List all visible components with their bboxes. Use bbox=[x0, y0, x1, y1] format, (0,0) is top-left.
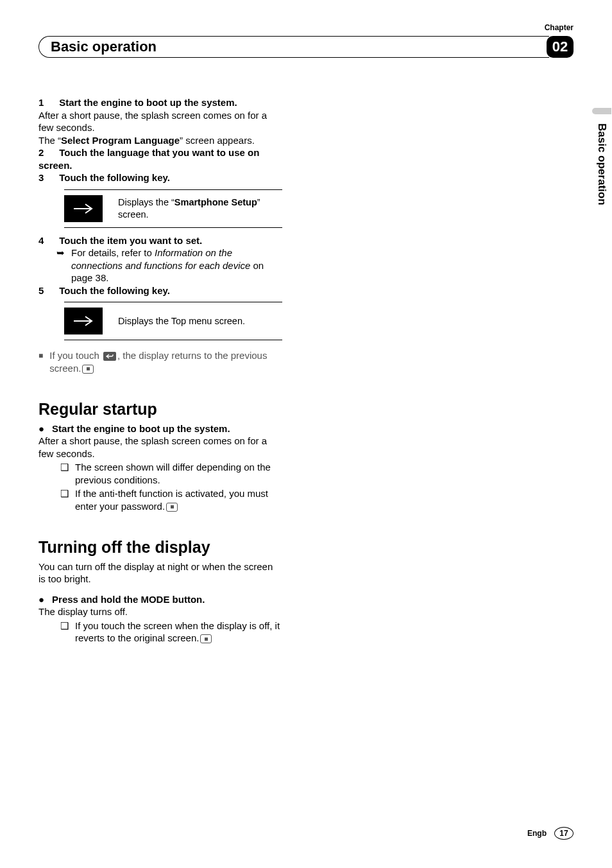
step-title: Touch the language that you want to use … bbox=[38, 147, 259, 171]
key-row-1: Displays the “Smartphone Setup” screen. bbox=[64, 189, 282, 228]
step-1-body-b: The “Select Program Language” screen app… bbox=[38, 134, 282, 147]
step-1-body-a: After a short pause, the splash screen c… bbox=[38, 109, 282, 134]
text: For details, refer to bbox=[71, 247, 155, 258]
bullet-heading: ● Start the engine to boot up the system… bbox=[38, 422, 282, 435]
step-5-heading: 5 Touch the following key. bbox=[38, 284, 282, 297]
step-number: 2 bbox=[38, 146, 56, 159]
title-bar: Basic operation 02 bbox=[38, 36, 574, 58]
arrow-right-icon bbox=[72, 202, 94, 215]
step-number: 1 bbox=[38, 96, 56, 109]
bullet-icon: ● bbox=[38, 593, 44, 606]
turnoff-intro: You can turn off the display at night or… bbox=[38, 560, 282, 586]
arrow-right-key-icon bbox=[64, 195, 103, 222]
screen-name: Smartphone Setup bbox=[174, 197, 257, 207]
bullet-title: Start the engine to boot up the system. bbox=[52, 422, 230, 435]
step-number: 5 bbox=[38, 284, 56, 297]
section-heading-regular-startup: Regular startup bbox=[38, 399, 282, 420]
key-row-2: Displays the Top menu screen. bbox=[64, 302, 282, 340]
side-tab: Basic operation bbox=[591, 108, 612, 205]
back-note: ■ If you touch , the display returns to … bbox=[38, 349, 282, 374]
title-pill: Basic operation bbox=[38, 36, 549, 58]
regular-body: After a short pause, the splash screen c… bbox=[38, 435, 282, 460]
step-title: Touch the following key. bbox=[59, 285, 170, 296]
step-1-heading: 1 Start the engine to boot up the system… bbox=[38, 96, 282, 109]
note-box-icon: ❑ bbox=[60, 487, 69, 512]
section-end-icon bbox=[166, 503, 178, 512]
text: Displays the “ bbox=[118, 197, 174, 207]
step-3-heading: 3 Touch the following key. bbox=[38, 171, 282, 184]
list-item: ❑ If you touch the screen when the displ… bbox=[60, 620, 282, 645]
main-content: 1 Start the engine to boot up the system… bbox=[38, 96, 282, 645]
note-box-icon: ❑ bbox=[60, 461, 69, 486]
key-description: Displays the “Smartphone Setup” screen. bbox=[118, 196, 282, 221]
screen-name: Select Program Language bbox=[61, 135, 180, 146]
back-key-icon bbox=[103, 352, 116, 361]
step-title: Start the engine to boot up the system. bbox=[59, 97, 237, 108]
step-title: Touch the item you want to set. bbox=[59, 235, 202, 246]
step-4-reference: ➥ For details, refer to Information on t… bbox=[56, 247, 282, 284]
step-4-heading: 4 Touch the item you want to set. bbox=[38, 234, 282, 247]
list-item: ❑ If the anti-theft function is activate… bbox=[60, 487, 282, 512]
language-code: Engb bbox=[527, 829, 547, 838]
turnoff-body: The display turns off. bbox=[38, 605, 282, 618]
bullet-title: Press and hold the MODE button. bbox=[52, 593, 205, 606]
section-heading-turning-off: Turning off the display bbox=[38, 537, 282, 558]
regular-notes: ❑ The screen shown will differ depending… bbox=[60, 461, 282, 512]
text: If you touch the screen when the display… bbox=[75, 620, 280, 644]
note-text: If you touch the screen when the display… bbox=[75, 620, 282, 645]
note-box-icon: ❑ bbox=[60, 620, 69, 645]
section-end-icon bbox=[200, 634, 212, 643]
side-tab-label: Basic operation bbox=[595, 123, 608, 205]
text: If you touch bbox=[49, 350, 102, 361]
chapter-label: Chapter bbox=[545, 23, 574, 32]
text: The “ bbox=[38, 135, 61, 146]
key-description: Displays the Top menu screen. bbox=[118, 315, 245, 327]
square-bullet-icon: ■ bbox=[38, 351, 43, 374]
list-item: ❑ The screen shown will differ depending… bbox=[60, 461, 282, 486]
note-text: The screen shown will differ depending o… bbox=[75, 461, 282, 486]
reference-text: For details, refer to Information on the… bbox=[71, 247, 282, 284]
step-number: 3 bbox=[38, 171, 56, 184]
arrow-right-key-icon bbox=[64, 308, 103, 334]
step-2-heading: 2 Touch the language that you want to us… bbox=[38, 146, 282, 171]
tab-indicator bbox=[592, 108, 611, 114]
page-header: Chapter Basic operation 02 bbox=[38, 36, 574, 58]
section-end-icon bbox=[82, 365, 94, 374]
chapter-number-badge: 02 bbox=[547, 36, 574, 58]
bullet-heading: ● Press and hold the MODE button. bbox=[38, 593, 282, 606]
step-number: 4 bbox=[38, 234, 56, 247]
bullet-icon: ● bbox=[38, 422, 44, 435]
reference-arrow-icon: ➥ bbox=[56, 247, 65, 284]
page-title: Basic operation bbox=[51, 39, 157, 55]
text: ” screen appears. bbox=[180, 135, 255, 146]
turnoff-notes: ❑ If you touch the screen when the displ… bbox=[60, 620, 282, 645]
page-number: 17 bbox=[554, 827, 574, 840]
step-title: Touch the following key. bbox=[59, 172, 170, 183]
page-footer: Engb 17 bbox=[527, 827, 574, 840]
page: Chapter Basic operation 02 1 Start the e… bbox=[0, 0, 612, 868]
arrow-right-icon bbox=[72, 315, 94, 327]
note-text: If the anti-theft function is activated,… bbox=[75, 487, 282, 512]
note-text: If you touch , the display returns to th… bbox=[49, 349, 282, 374]
